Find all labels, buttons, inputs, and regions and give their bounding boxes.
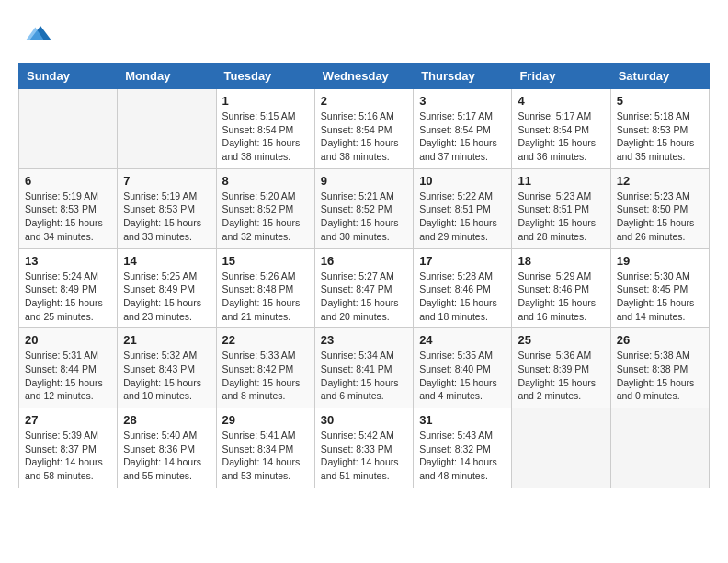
day-info: Sunrise: 5:20 AMSunset: 8:52 PMDaylight:… — [222, 190, 309, 244]
day-number: 13 — [25, 254, 111, 268]
day-number: 1 — [222, 94, 309, 108]
day-number: 18 — [518, 254, 604, 268]
day-number: 14 — [123, 254, 210, 268]
calendar-day-cell: 26Sunrise: 5:38 AMSunset: 8:38 PMDayligh… — [610, 328, 709, 408]
day-info: Sunrise: 5:25 AMSunset: 8:49 PMDaylight:… — [123, 270, 210, 324]
day-info: Sunrise: 5:31 AMSunset: 8:44 PMDaylight:… — [25, 349, 111, 403]
calendar-day-cell: 5Sunrise: 5:18 AMSunset: 8:53 PMDaylight… — [610, 89, 709, 169]
calendar-header-tuesday: Tuesday — [216, 63, 314, 89]
day-number: 10 — [419, 174, 506, 188]
calendar-day-cell: 30Sunrise: 5:42 AMSunset: 8:33 PMDayligh… — [314, 408, 413, 488]
calendar-day-cell: 4Sunrise: 5:17 AMSunset: 8:54 PMDaylight… — [512, 89, 610, 169]
day-info: Sunrise: 5:27 AMSunset: 8:47 PMDaylight:… — [321, 270, 407, 324]
day-info: Sunrise: 5:16 AMSunset: 8:54 PMDaylight:… — [321, 109, 407, 164]
day-info: Sunrise: 5:39 AMSunset: 8:37 PMDaylight:… — [25, 429, 111, 483]
calendar-day-cell: 8Sunrise: 5:20 AMSunset: 8:52 PMDaylight… — [216, 168, 314, 248]
calendar-day-cell: 9Sunrise: 5:21 AMSunset: 8:52 PMDaylight… — [314, 168, 413, 248]
calendar-day-cell: 15Sunrise: 5:26 AMSunset: 8:48 PMDayligh… — [216, 248, 314, 328]
calendar-day-cell: 6Sunrise: 5:19 AMSunset: 8:53 PMDaylight… — [19, 168, 118, 248]
day-number: 16 — [321, 254, 407, 268]
calendar-table: SundayMondayTuesdayWednesdayThursdayFrid… — [18, 63, 710, 488]
day-info: Sunrise: 5:19 AMSunset: 8:53 PMDaylight:… — [123, 190, 210, 244]
day-number: 7 — [123, 174, 210, 188]
logo — [18, 18, 51, 48]
calendar-week-row: 13Sunrise: 5:24 AMSunset: 8:49 PMDayligh… — [19, 248, 710, 328]
day-info: Sunrise: 5:24 AMSunset: 8:49 PMDaylight:… — [25, 270, 111, 324]
calendar-week-row: 1Sunrise: 5:15 AMSunset: 8:54 PMDaylight… — [19, 89, 710, 169]
day-number: 17 — [419, 254, 506, 268]
calendar-day-cell: 18Sunrise: 5:29 AMSunset: 8:46 PMDayligh… — [512, 248, 610, 328]
day-number: 19 — [617, 254, 703, 268]
calendar-day-cell: 20Sunrise: 5:31 AMSunset: 8:44 PMDayligh… — [19, 328, 118, 408]
calendar-day-cell: 13Sunrise: 5:24 AMSunset: 8:49 PMDayligh… — [19, 248, 118, 328]
calendar-day-cell: 29Sunrise: 5:41 AMSunset: 8:34 PMDayligh… — [216, 408, 314, 488]
day-number: 4 — [518, 94, 604, 108]
calendar-header-wednesday: Wednesday — [314, 63, 413, 89]
day-info: Sunrise: 5:29 AMSunset: 8:46 PMDaylight:… — [518, 270, 604, 324]
day-info: Sunrise: 5:43 AMSunset: 8:32 PMDaylight:… — [419, 429, 506, 483]
calendar-day-cell: 19Sunrise: 5:30 AMSunset: 8:45 PMDayligh… — [610, 248, 709, 328]
day-info: Sunrise: 5:30 AMSunset: 8:45 PMDaylight:… — [617, 270, 703, 324]
calendar-day-cell — [19, 89, 118, 169]
calendar-day-cell: 3Sunrise: 5:17 AMSunset: 8:54 PMDaylight… — [414, 89, 512, 169]
day-info: Sunrise: 5:15 AMSunset: 8:54 PMDaylight:… — [222, 109, 309, 164]
calendar-day-cell: 24Sunrise: 5:35 AMSunset: 8:40 PMDayligh… — [414, 328, 512, 408]
calendar-header-saturday: Saturday — [610, 63, 709, 89]
calendar-day-cell: 16Sunrise: 5:27 AMSunset: 8:47 PMDayligh… — [314, 248, 413, 328]
day-number: 27 — [25, 413, 111, 427]
calendar-day-cell — [610, 408, 709, 488]
day-number: 15 — [222, 254, 309, 268]
calendar-day-cell — [512, 408, 610, 488]
day-number: 20 — [25, 333, 111, 347]
day-info: Sunrise: 5:35 AMSunset: 8:40 PMDaylight:… — [419, 349, 506, 403]
day-number: 8 — [222, 174, 309, 188]
day-number: 3 — [419, 94, 506, 108]
calendar-day-cell: 10Sunrise: 5:22 AMSunset: 8:51 PMDayligh… — [414, 168, 512, 248]
calendar-day-cell: 2Sunrise: 5:16 AMSunset: 8:54 PMDaylight… — [314, 89, 413, 169]
day-info: Sunrise: 5:21 AMSunset: 8:52 PMDaylight:… — [321, 190, 407, 244]
calendar-day-cell: 21Sunrise: 5:32 AMSunset: 8:43 PMDayligh… — [118, 328, 216, 408]
day-info: Sunrise: 5:28 AMSunset: 8:46 PMDaylight:… — [419, 270, 506, 324]
day-info: Sunrise: 5:42 AMSunset: 8:33 PMDaylight:… — [321, 429, 407, 483]
calendar-day-cell: 7Sunrise: 5:19 AMSunset: 8:53 PMDaylight… — [118, 168, 216, 248]
day-info: Sunrise: 5:17 AMSunset: 8:54 PMDaylight:… — [518, 109, 604, 164]
day-number: 6 — [25, 174, 111, 188]
calendar-day-cell: 22Sunrise: 5:33 AMSunset: 8:42 PMDayligh… — [216, 328, 314, 408]
day-info: Sunrise: 5:36 AMSunset: 8:39 PMDaylight:… — [518, 349, 604, 403]
day-info: Sunrise: 5:32 AMSunset: 8:43 PMDaylight:… — [123, 349, 210, 403]
calendar-day-cell: 17Sunrise: 5:28 AMSunset: 8:46 PMDayligh… — [414, 248, 512, 328]
day-info: Sunrise: 5:41 AMSunset: 8:34 PMDaylight:… — [222, 429, 309, 483]
day-number: 11 — [518, 174, 604, 188]
calendar-day-cell: 1Sunrise: 5:15 AMSunset: 8:54 PMDaylight… — [216, 89, 314, 169]
calendar-day-cell: 11Sunrise: 5:23 AMSunset: 8:51 PMDayligh… — [512, 168, 610, 248]
day-info: Sunrise: 5:40 AMSunset: 8:36 PMDaylight:… — [123, 429, 210, 483]
day-number: 26 — [617, 333, 703, 347]
day-info: Sunrise: 5:33 AMSunset: 8:42 PMDaylight:… — [222, 349, 309, 403]
day-number: 29 — [222, 413, 309, 427]
day-number: 23 — [321, 333, 407, 347]
day-info: Sunrise: 5:17 AMSunset: 8:54 PMDaylight:… — [419, 109, 506, 164]
day-number: 21 — [123, 333, 210, 347]
day-number: 9 — [321, 174, 407, 188]
calendar-day-cell: 31Sunrise: 5:43 AMSunset: 8:32 PMDayligh… — [414, 408, 512, 488]
calendar-header-sunday: Sunday — [19, 63, 118, 89]
day-number: 12 — [617, 174, 703, 188]
calendar-day-cell: 28Sunrise: 5:40 AMSunset: 8:36 PMDayligh… — [118, 408, 216, 488]
calendar-day-cell: 14Sunrise: 5:25 AMSunset: 8:49 PMDayligh… — [118, 248, 216, 328]
day-number: 2 — [321, 94, 407, 108]
calendar-day-cell: 25Sunrise: 5:36 AMSunset: 8:39 PMDayligh… — [512, 328, 610, 408]
day-number: 25 — [518, 333, 604, 347]
day-info: Sunrise: 5:34 AMSunset: 8:41 PMDaylight:… — [321, 349, 407, 403]
day-info: Sunrise: 5:38 AMSunset: 8:38 PMDaylight:… — [617, 349, 703, 403]
day-info: Sunrise: 5:23 AMSunset: 8:50 PMDaylight:… — [617, 190, 703, 244]
page-header — [18, 18, 710, 48]
calendar-week-row: 27Sunrise: 5:39 AMSunset: 8:37 PMDayligh… — [19, 408, 710, 488]
calendar-header-friday: Friday — [512, 63, 610, 89]
calendar-week-row: 6Sunrise: 5:19 AMSunset: 8:53 PMDaylight… — [19, 168, 710, 248]
day-number: 22 — [222, 333, 309, 347]
day-number: 5 — [617, 94, 703, 108]
calendar-week-row: 20Sunrise: 5:31 AMSunset: 8:44 PMDayligh… — [19, 328, 710, 408]
calendar-header-row: SundayMondayTuesdayWednesdayThursdayFrid… — [19, 63, 710, 89]
day-info: Sunrise: 5:26 AMSunset: 8:48 PMDaylight:… — [222, 270, 309, 324]
day-info: Sunrise: 5:23 AMSunset: 8:51 PMDaylight:… — [518, 190, 604, 244]
